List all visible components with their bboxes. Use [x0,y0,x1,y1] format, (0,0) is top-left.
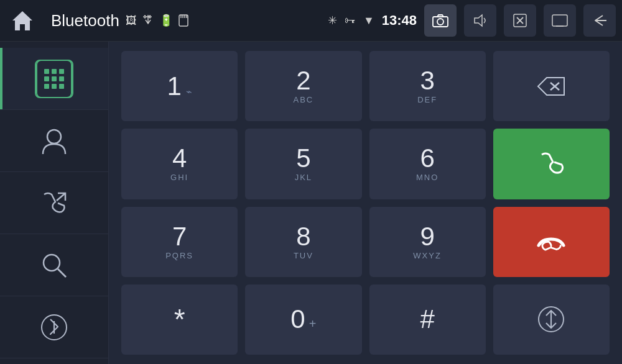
sidebar-item-dialpad[interactable] [0,48,108,110]
svg-point-7 [437,19,443,25]
svg-rect-12 [552,15,567,26]
svg-line-15 [57,193,65,201]
sidebar-item-bluetooth[interactable] [0,296,108,358]
back-button[interactable] [583,4,616,37]
svg-point-16 [44,255,60,271]
dial-5-button[interactable]: 5 JKL [245,129,361,199]
end-call-icon [536,230,567,253]
contacts-icon [40,125,68,157]
wifi-icon: ▼ [363,14,374,27]
call-button[interactable] [493,129,610,199]
dialpad-icon [35,60,73,98]
svg-marker-8 [475,15,482,26]
sidebar-item-recents[interactable] [0,172,108,234]
main-layout: 1 ⌁ 2 ABC 3 DEF 4 [0,42,622,364]
close-button[interactable] [504,4,536,37]
swap-icon [537,306,565,333]
dial-hash-button[interactable]: # [369,284,486,355]
dial-9-button[interactable]: 9 WXYZ [369,207,486,277]
recents-icon [39,188,69,218]
svg-marker-0 [12,11,32,30]
battery-icon: 🔋 [159,14,173,27]
backspace-button[interactable] [493,51,610,121]
search-icon [40,252,68,279]
dial-7-button[interactable]: 7 PQRS [121,207,238,277]
bluetooth-icon [41,312,67,343]
dialpad-area: 1 ⌁ 2 ABC 3 DEF 4 [109,42,622,364]
swap-button[interactable] [493,284,610,355]
dial-3-button[interactable]: 3 DEF [369,51,486,121]
volume-button[interactable] [464,4,496,37]
dialpad-row-4: * 0 + # [121,284,610,355]
dialpad-row-3: 7 PQRS 8 TUV 9 WXYZ [121,207,610,277]
status-icons: 🖼 🔋 [126,14,189,27]
bluetooth-status-icon: ✳ [328,14,337,27]
dial-1-button[interactable]: 1 ⌁ [121,51,238,121]
status-left: Bluetooth 🖼 🔋 [6,4,189,37]
dialpad-row-2: 4 GHI 5 JKL 6 MNO [121,129,610,199]
status-bar: Bluetooth 🖼 🔋 [0,0,622,42]
sd-card-icon [178,14,189,27]
dial-star-button[interactable]: * [121,284,238,355]
key-icon: 🗝 [345,14,356,27]
screen-button[interactable] [544,4,576,37]
usb-icon [142,14,154,27]
dial-4-button[interactable]: 4 GHI [121,129,238,199]
dial-8-button[interactable]: 8 TUV [245,207,361,277]
image-icon: 🖼 [126,14,137,27]
time-display: 13:48 [382,12,417,29]
page-title: Bluetooth [51,11,119,30]
backspace-icon [536,75,567,98]
end-call-button[interactable] [493,207,610,277]
dial-6-button[interactable]: 6 MNO [369,129,486,199]
sidebar [0,42,109,364]
dial-0-button[interactable]: 0 + [245,284,361,355]
dialpad-row-1: 1 ⌁ 2 ABC 3 DEF [121,51,610,121]
sidebar-item-contacts[interactable] [0,110,108,172]
sidebar-item-search[interactable] [0,234,108,296]
home-button[interactable] [6,4,39,37]
status-right: ✳ 🗝 ▼ 13:48 [328,4,616,37]
svg-point-14 [47,130,61,143]
svg-line-17 [58,269,66,277]
dial-2-button[interactable]: 2 ABC [245,51,361,121]
camera-button[interactable] [424,4,457,37]
call-icon [537,150,565,178]
